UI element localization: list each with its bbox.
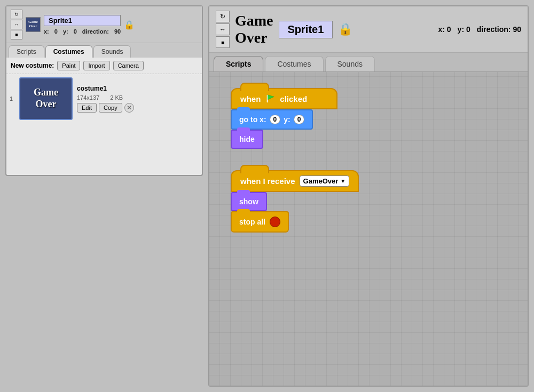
tab-sounds-left[interactable]: Sounds bbox=[93, 45, 131, 58]
show-block[interactable]: show bbox=[231, 192, 267, 211]
goto-xy-block[interactable]: go to x: 0 y: 0 bbox=[231, 109, 313, 130]
y-label: y: bbox=[284, 115, 290, 124]
nav-buttons-right: ↻ ↔ ■ bbox=[216, 11, 230, 48]
tab-sounds-right[interactable]: Sounds bbox=[325, 56, 375, 71]
receive-dropdown[interactable]: GameOver ▼ bbox=[300, 175, 350, 187]
lock-icon-right[interactable]: 🔒 bbox=[338, 22, 352, 36]
sprite-coords-left: x: 0 y: 0 direction: 90 bbox=[44, 28, 121, 35]
tab-costumes-right[interactable]: Costumes bbox=[265, 56, 323, 71]
camera-button[interactable]: Camera bbox=[113, 61, 144, 70]
edit-button[interactable]: Edit bbox=[77, 103, 97, 113]
x-input[interactable]: 0 bbox=[270, 115, 281, 124]
dropdown-arrow-icon: ▼ bbox=[340, 178, 345, 184]
stop-all-label: stop all bbox=[239, 218, 265, 226]
costume-toolbar: New costume: Paint Import Camera bbox=[6, 58, 202, 74]
paint-button[interactable]: Paint bbox=[57, 61, 80, 70]
hide-label: hide bbox=[239, 135, 255, 143]
sprite-logo-right: Game Over bbox=[235, 12, 273, 46]
delete-button[interactable]: ✕ bbox=[124, 103, 134, 113]
left-tabs-row: Scripts Costumes Sounds bbox=[6, 43, 202, 58]
script-block-stack-2: when I receive GameOver ▼ show stop all bbox=[231, 170, 506, 233]
right-panel: ↻ ↔ ■ Game Over Sprite1 🔒 x: 0 y: 0 dire… bbox=[208, 5, 529, 387]
nav-btn-stop[interactable]: ■ bbox=[11, 30, 22, 39]
right-tabs-row: Scripts Costumes Sounds bbox=[209, 53, 528, 72]
sprite-coords-right: x: 0 y: 0 direction: 90 bbox=[438, 25, 521, 34]
copy-button[interactable]: Copy bbox=[99, 103, 122, 113]
costume-actions: Edit Copy ✕ bbox=[77, 103, 134, 113]
tab-scripts-right[interactable]: Scripts bbox=[214, 56, 263, 71]
svg-rect-0 bbox=[267, 95, 268, 102]
nav-btn-arrows[interactable]: ↔ bbox=[11, 20, 22, 29]
tab-scripts-left[interactable]: Scripts bbox=[9, 45, 44, 58]
nav-refresh-icon[interactable]: ↻ bbox=[216, 11, 230, 22]
show-label: show bbox=[239, 197, 258, 206]
goto-label: go to x: bbox=[239, 115, 266, 124]
nav-stop-icon[interactable]: ■ bbox=[216, 36, 230, 48]
costume-info: costume1 174x137 2 KB Edit Copy ✕ bbox=[77, 85, 134, 113]
red-circle-icon bbox=[270, 217, 280, 227]
costume-thumbnail: Game Over bbox=[19, 77, 73, 120]
receive-value: GameOver bbox=[303, 177, 339, 185]
costume-name: costume1 bbox=[77, 85, 134, 92]
new-costume-label: New costume: bbox=[11, 62, 54, 69]
costume-dimensions: 174x137 2 KB bbox=[77, 94, 134, 101]
right-header: ↻ ↔ ■ Game Over Sprite1 🔒 x: 0 y: 0 dire… bbox=[209, 6, 528, 53]
costume-thumb-text: Game Over bbox=[34, 87, 58, 110]
costume-number: 1 bbox=[10, 95, 15, 102]
when-label: when bbox=[240, 94, 261, 103]
costume-list: 1 Game Over costume1 174x137 2 KB Edit C… bbox=[6, 74, 202, 123]
list-item: 1 Game Over costume1 174x137 2 KB Edit C… bbox=[10, 77, 199, 120]
tab-costumes-left[interactable]: Costumes bbox=[45, 45, 92, 58]
sprite-name-input-right[interactable]: Sprite1 bbox=[279, 21, 333, 38]
sprite-name-input-left[interactable]: Sprite1 bbox=[44, 15, 121, 26]
nav-arrows-icon[interactable]: ↔ bbox=[216, 23, 230, 35]
left-panel: ↻ ↔ ■ Game Over Sprite1 x: 0 y: 0 direct… bbox=[5, 5, 203, 176]
green-flag-icon bbox=[265, 93, 276, 104]
stop-all-block[interactable]: stop all bbox=[231, 211, 289, 233]
clicked-label: clicked bbox=[280, 94, 307, 103]
when-receive-block[interactable]: when I receive GameOver ▼ bbox=[231, 170, 359, 192]
sprite-thumbnail-small: Game Over bbox=[26, 17, 41, 32]
sprite-header: ↻ ↔ ■ Game Over Sprite1 x: 0 y: 0 direct… bbox=[6, 6, 202, 43]
y-input[interactable]: 0 bbox=[294, 115, 305, 124]
script-block-stack-1: when clicked go to x: 0 y: 0 hide bbox=[231, 88, 506, 149]
nav-btn-up[interactable]: ↻ bbox=[11, 10, 22, 19]
when-receive-label: when I receive bbox=[240, 177, 295, 186]
import-button[interactable]: Import bbox=[83, 61, 109, 70]
when-flag-clicked-block[interactable]: when clicked bbox=[231, 88, 337, 109]
lock-icon-left[interactable]: 🔒 bbox=[124, 20, 135, 30]
scripts-area: when clicked go to x: 0 y: 0 hide bbox=[209, 72, 528, 386]
hide-block[interactable]: hide bbox=[231, 130, 263, 149]
